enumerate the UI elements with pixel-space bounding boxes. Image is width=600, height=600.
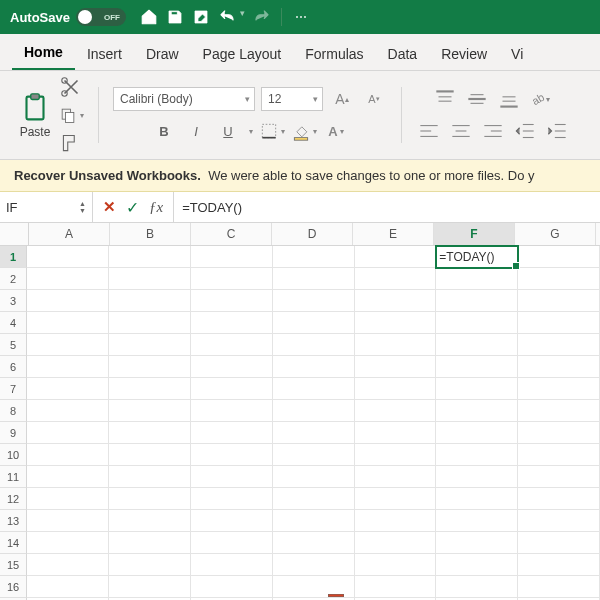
cell-E15[interactable]	[355, 554, 437, 576]
cell-C13[interactable]	[191, 510, 273, 532]
cell-A7[interactable]	[27, 378, 109, 400]
cell-B1[interactable]	[109, 246, 191, 268]
cell-G4[interactable]	[518, 312, 600, 334]
cell-G11[interactable]	[518, 466, 600, 488]
cell-G10[interactable]	[518, 444, 600, 466]
cell-C11[interactable]	[191, 466, 273, 488]
cell-B9[interactable]	[109, 422, 191, 444]
save-icon[interactable]	[166, 8, 184, 26]
cell-A5[interactable]	[27, 334, 109, 356]
border-icon[interactable]: ▾	[259, 119, 285, 143]
cell-F13[interactable]	[436, 510, 518, 532]
col-header-G[interactable]: G	[515, 223, 596, 245]
cell-A6[interactable]	[27, 356, 109, 378]
name-box[interactable]: IF ▲▼	[0, 192, 93, 222]
cell-D15[interactable]	[273, 554, 355, 576]
row-header-7[interactable]: 7	[0, 378, 27, 400]
cell-A14[interactable]	[27, 532, 109, 554]
cell-A3[interactable]	[27, 290, 109, 312]
align-top-icon[interactable]	[432, 87, 458, 111]
underline-button[interactable]: U	[215, 119, 241, 143]
cell-E7[interactable]	[355, 378, 437, 400]
decrease-font-icon[interactable]: A▾	[361, 87, 387, 111]
cell-D13[interactable]	[273, 510, 355, 532]
font-color-icon[interactable]: A▾	[323, 119, 349, 143]
tab-review[interactable]: Review	[429, 40, 499, 70]
row-header-15[interactable]: 15	[0, 554, 27, 576]
cell-B4[interactable]	[109, 312, 191, 334]
cut-icon[interactable]	[58, 75, 84, 99]
cell-F10[interactable]	[436, 444, 518, 466]
align-right-icon[interactable]	[480, 119, 506, 143]
formula-input[interactable]: =TODAY()	[174, 200, 600, 215]
cell-E13[interactable]	[355, 510, 437, 532]
col-header-B[interactable]: B	[110, 223, 191, 245]
italic-button[interactable]: I	[183, 119, 209, 143]
cell-A11[interactable]	[27, 466, 109, 488]
row-header-1[interactable]: 1	[0, 246, 27, 268]
col-header-A[interactable]: A	[29, 223, 110, 245]
cell-B13[interactable]	[109, 510, 191, 532]
cell-B14[interactable]	[109, 532, 191, 554]
cell-G16[interactable]	[518, 576, 600, 598]
cell-C7[interactable]	[191, 378, 273, 400]
increase-indent-icon[interactable]	[544, 119, 570, 143]
cell-C1[interactable]	[191, 246, 273, 268]
cell-C3[interactable]	[191, 290, 273, 312]
row-header-14[interactable]: 14	[0, 532, 27, 554]
cell-F9[interactable]	[436, 422, 518, 444]
row-header-5[interactable]: 5	[0, 334, 27, 356]
cell-F12[interactable]	[436, 488, 518, 510]
align-middle-icon[interactable]	[464, 87, 490, 111]
cell-B3[interactable]	[109, 290, 191, 312]
tab-data[interactable]: Data	[376, 40, 430, 70]
cell-F7[interactable]	[436, 378, 518, 400]
cell-G2[interactable]	[518, 268, 600, 290]
cell-E10[interactable]	[355, 444, 437, 466]
cell-A12[interactable]	[27, 488, 109, 510]
tab-home[interactable]: Home	[12, 38, 75, 70]
tab-view-truncated[interactable]: Vi	[499, 40, 535, 70]
cell-G7[interactable]	[518, 378, 600, 400]
cell-B11[interactable]	[109, 466, 191, 488]
cell-G13[interactable]	[518, 510, 600, 532]
cell-E2[interactable]	[355, 268, 437, 290]
cell-D12[interactable]	[273, 488, 355, 510]
cell-C8[interactable]	[191, 400, 273, 422]
cell-B2[interactable]	[109, 268, 191, 290]
cell-F1[interactable]: =TODAY()	[436, 246, 518, 268]
autosave-toggle[interactable]: OFF	[76, 8, 126, 26]
fill-color-icon[interactable]: ▾	[291, 119, 317, 143]
col-header-E[interactable]: E	[353, 223, 434, 245]
cell-G5[interactable]	[518, 334, 600, 356]
cell-C14[interactable]	[191, 532, 273, 554]
cell-B15[interactable]	[109, 554, 191, 576]
cell-D9[interactable]	[273, 422, 355, 444]
orientation-icon[interactable]: ab▾	[528, 87, 554, 111]
cell-A4[interactable]	[27, 312, 109, 334]
cell-G6[interactable]	[518, 356, 600, 378]
cell-C6[interactable]	[191, 356, 273, 378]
cell-E5[interactable]	[355, 334, 437, 356]
fx-icon[interactable]: ƒx	[149, 199, 163, 216]
cell-C9[interactable]	[191, 422, 273, 444]
cell-D14[interactable]	[273, 532, 355, 554]
row-header-8[interactable]: 8	[0, 400, 27, 422]
align-bottom-icon[interactable]	[496, 87, 522, 111]
cell-F14[interactable]	[436, 532, 518, 554]
row-header-3[interactable]: 3	[0, 290, 27, 312]
decrease-indent-icon[interactable]	[512, 119, 538, 143]
tab-draw[interactable]: Draw	[134, 40, 191, 70]
cell-B12[interactable]	[109, 488, 191, 510]
select-all-corner[interactable]	[0, 223, 29, 245]
cell-D1[interactable]	[273, 246, 355, 268]
cell-A2[interactable]	[27, 268, 109, 290]
row-header-9[interactable]: 9	[0, 422, 27, 444]
cell-D3[interactable]	[273, 290, 355, 312]
undo-icon[interactable]	[218, 8, 236, 26]
cell-E8[interactable]	[355, 400, 437, 422]
cell-C4[interactable]	[191, 312, 273, 334]
tab-insert[interactable]: Insert	[75, 40, 134, 70]
row-header-4[interactable]: 4	[0, 312, 27, 334]
cell-E6[interactable]	[355, 356, 437, 378]
